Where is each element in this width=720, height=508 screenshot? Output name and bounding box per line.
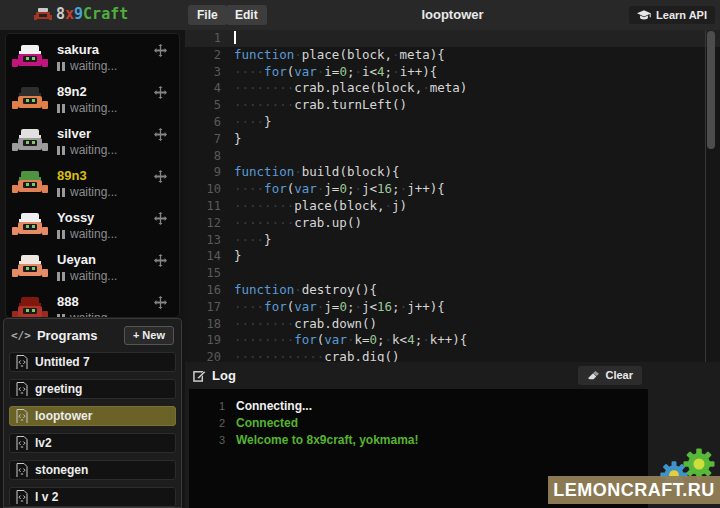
file-code-icon bbox=[16, 490, 28, 504]
log-header: Log Clear bbox=[185, 362, 720, 388]
player-status-text: waiting... bbox=[70, 227, 117, 241]
code-line: 16 function·destroy(){ bbox=[185, 282, 720, 299]
code-text: function·build(block){ bbox=[234, 164, 400, 181]
crab-avatar-icon bbox=[12, 297, 48, 319]
text-cursor bbox=[234, 31, 236, 44]
player-status-text: waiting... bbox=[70, 101, 117, 115]
line-number: 3 bbox=[185, 64, 234, 81]
player-name: Ueyan bbox=[57, 253, 117, 267]
move-icon[interactable] bbox=[154, 254, 167, 267]
code-text bbox=[234, 30, 236, 47]
editor-scrollbar[interactable] bbox=[705, 30, 714, 362]
code-line: 12 ········crab.up() bbox=[185, 215, 720, 232]
program-item[interactable]: lv2 bbox=[9, 433, 176, 453]
line-number: 9 bbox=[185, 164, 234, 181]
log-line-text: Connected bbox=[236, 416, 298, 430]
learn-api-label: Learn API bbox=[656, 9, 707, 21]
eraser-icon bbox=[587, 370, 600, 381]
watermark-banner: LEMONCRAFT.RU bbox=[548, 476, 720, 504]
code-line: 19 ········for(var·k=0;·k<4;·k++){ bbox=[185, 332, 720, 349]
log-line-number: 2 bbox=[189, 417, 225, 429]
pause-icon bbox=[57, 188, 65, 197]
code-line: 8 bbox=[185, 148, 720, 165]
code-line: 15 bbox=[185, 265, 720, 282]
code-text: function·place(block,·meta){ bbox=[234, 47, 445, 64]
program-item[interactable]: looptower bbox=[9, 406, 176, 426]
learn-api-button[interactable]: Learn API bbox=[629, 6, 715, 24]
code-line: 2 function·place(block,·meta){ bbox=[185, 47, 720, 64]
code-icon: </> bbox=[11, 329, 31, 342]
programs-panel: </> Programs + New Untitled 7 greeting l… bbox=[3, 318, 182, 508]
player-row[interactable]: silver waiting... bbox=[10, 121, 175, 163]
line-number: 15 bbox=[185, 265, 234, 282]
new-program-button[interactable]: + New bbox=[124, 326, 174, 345]
move-icon[interactable] bbox=[154, 170, 167, 183]
program-item[interactable]: stonegen bbox=[9, 460, 176, 480]
players-panel: sakura waiting... 89n2 waiting... bbox=[5, 33, 180, 318]
crab-avatar-icon bbox=[12, 129, 48, 156]
player-row[interactable]: 89n2 waiting... bbox=[10, 79, 175, 121]
player-status: waiting... bbox=[57, 101, 117, 115]
player-name: 89n3 bbox=[57, 169, 117, 183]
file-code-icon bbox=[16, 463, 28, 477]
player-name: sakura bbox=[57, 43, 117, 57]
code-line: 13 ····} bbox=[185, 232, 720, 249]
crab-avatar-icon bbox=[12, 171, 48, 198]
programs-list: Untitled 7 greeting looptower lv2 stoneg… bbox=[9, 352, 176, 507]
log-line: 1 Connecting... bbox=[189, 397, 648, 414]
move-icon[interactable] bbox=[154, 44, 167, 57]
player-row[interactable]: sakura waiting... bbox=[10, 37, 175, 79]
pause-icon bbox=[57, 272, 65, 281]
file-code-icon bbox=[16, 436, 28, 450]
code-line: 18 ········crab.down() bbox=[185, 316, 720, 333]
code-text: ········place(block,·j) bbox=[234, 198, 407, 215]
code-line: 20 ············crab.dig() bbox=[185, 349, 720, 362]
player-status-text: waiting... bbox=[70, 59, 117, 73]
code-line: 17 ····for(var·j=0;·j<16;·j++){ bbox=[185, 299, 720, 316]
move-icon[interactable] bbox=[154, 86, 167, 99]
code-line: 1 bbox=[185, 30, 720, 47]
logo-segment: 9 bbox=[74, 5, 83, 23]
line-number: 5 bbox=[185, 97, 234, 114]
player-row[interactable]: Ueyan waiting... bbox=[10, 247, 175, 289]
line-number: 18 bbox=[185, 316, 234, 333]
log-line-text: Welcome to 8x9craft, yokmama! bbox=[236, 433, 419, 447]
code-line: 10 ····for(var·j=0;·j<16;·j++){ bbox=[185, 181, 720, 198]
move-icon[interactable] bbox=[154, 296, 167, 309]
log-line: 2 Connected bbox=[189, 414, 648, 431]
code-editor[interactable]: 1 2 function·place(block,·meta){ 3 ····f… bbox=[185, 30, 720, 362]
line-number: 7 bbox=[185, 131, 234, 148]
code-text: } bbox=[234, 248, 242, 265]
player-row[interactable]: 89n3 waiting... bbox=[10, 163, 175, 205]
program-item[interactable]: greeting bbox=[9, 379, 176, 399]
program-label: l v 2 bbox=[35, 490, 58, 504]
program-item[interactable]: l v 2 bbox=[9, 487, 176, 507]
program-label: looptower bbox=[35, 409, 92, 423]
player-row[interactable]: 888 waiting... bbox=[10, 289, 175, 318]
pause-icon bbox=[57, 104, 65, 113]
line-number: 19 bbox=[185, 332, 234, 349]
edit-icon bbox=[193, 369, 206, 382]
app-logo: 8x9Craft bbox=[34, 5, 128, 23]
move-icon[interactable] bbox=[154, 212, 167, 225]
player-row[interactable]: Yossy waiting... bbox=[10, 205, 175, 247]
program-label: stonegen bbox=[35, 463, 88, 477]
code-text: } bbox=[234, 131, 242, 148]
pause-icon bbox=[57, 146, 65, 155]
line-number: 6 bbox=[185, 114, 234, 131]
code-text: ········crab.turnLeft() bbox=[234, 97, 407, 114]
graduation-cap-icon bbox=[637, 10, 651, 21]
clear-log-button[interactable]: Clear bbox=[578, 366, 642, 385]
crab-avatar-icon bbox=[12, 87, 48, 114]
player-status-text: waiting... bbox=[70, 269, 117, 283]
line-number: 14 bbox=[185, 248, 234, 265]
program-item[interactable]: Untitled 7 bbox=[9, 352, 176, 372]
line-number: 10 bbox=[185, 181, 234, 198]
line-number: 17 bbox=[185, 299, 234, 316]
code-line: 3 ····for(var·i=0;·i<4;·i++){ bbox=[185, 64, 720, 81]
player-status: waiting... bbox=[57, 59, 117, 73]
player-status: waiting... bbox=[57, 227, 117, 241]
move-icon[interactable] bbox=[154, 128, 167, 141]
programs-title: Programs bbox=[37, 328, 98, 343]
scrollbar-thumb[interactable] bbox=[707, 31, 715, 149]
